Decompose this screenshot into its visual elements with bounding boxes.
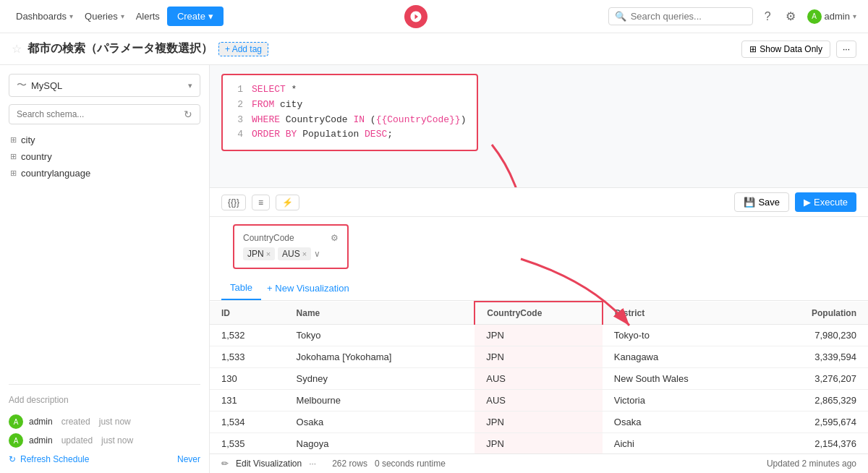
code-line-2: 2 FROM city [233, 98, 467, 113]
editor-area: 1 SELECT * 2 FROM city 3 WHERE CountryCo… [210, 65, 868, 188]
global-search-input[interactable] [631, 11, 746, 22]
settings-icon[interactable]: ⚙ [783, 7, 799, 26]
results-area: Table + New Visualization ID Name Countr… [210, 276, 868, 453]
admin-avatar: A [807, 9, 822, 24]
tab-new-visualization[interactable]: + New Visualization [261, 277, 355, 299]
param-panel-wrapper: CountryCode ⚙ JPN × AUS × ∨ [210, 217, 868, 276]
table-list: ⊞ city ⊞ country ⊞ countrylanguage [9, 132, 200, 384]
schema-search-box[interactable]: ↻ [9, 104, 200, 124]
alerts-nav[interactable]: Alerts [132, 8, 164, 25]
more-opts-button[interactable]: ··· [309, 459, 316, 469]
cell-district: Osaka [603, 412, 759, 433]
cell-id: 1,533 [210, 346, 285, 368]
save-button[interactable]: 💾 Save [734, 192, 789, 212]
cell-country: JPN [475, 325, 602, 346]
refresh-icon: ↻ [9, 454, 16, 464]
schema-refresh-icon[interactable]: ↻ [184, 108, 192, 120]
title-area: ☆ 都市の検索（パラメータ複数選択） + Add tag [12, 41, 268, 56]
cell-population: 3,339,594 [759, 346, 868, 368]
param-settings-icon[interactable]: ⚙ [331, 233, 339, 243]
cell-district: Aichi [603, 433, 759, 454]
edit-viz-icon: ✏ [221, 459, 229, 469]
cell-district: New South Wales [603, 368, 759, 390]
code-line-1: 1 SELECT * [233, 82, 467, 98]
table-container: ID Name CountryCode District Population … [210, 301, 868, 453]
queries-nav[interactable]: Queries ▾ [80, 8, 129, 25]
param-tag-aus: AUS × [278, 247, 311, 260]
col-name-header: Name [285, 302, 475, 325]
cell-country: AUS [475, 368, 602, 390]
params-button[interactable]: {{}} [221, 195, 246, 210]
admin-menu[interactable]: A admin ▾ [807, 9, 856, 24]
queries-chevron-icon: ▾ [121, 12, 124, 20]
table-grid-icon: ⊞ [10, 169, 17, 178]
row-count: 262 rows [332, 459, 367, 469]
top-navigation: Dashboards ▾ Queries ▾ Alerts Create ▾ 🔍… [0, 0, 868, 33]
cell-population: 3,276,207 [759, 368, 868, 390]
updated-action: updated [61, 435, 93, 446]
table-item-countrylanguage[interactable]: ⊞ countrylanguage [9, 165, 200, 182]
database-selector[interactable]: 〜 MySQL ▾ [9, 74, 200, 97]
remove-aus-tag[interactable]: × [302, 250, 307, 258]
table-row: 1,532 Tokyo JPN Tokyo-to 7,980,230 [210, 325, 868, 346]
table-row: 1,535 Nagoya JPN Aichi 2,154,376 [210, 433, 868, 454]
creator-name: admin [29, 417, 53, 427]
create-button[interactable]: Create ▾ [167, 7, 224, 26]
cell-country: JPN [475, 433, 602, 454]
show-data-only-button[interactable]: ⊞ Show Data Only [741, 41, 830, 58]
schema-search-input[interactable] [17, 109, 179, 119]
refresh-schedule[interactable]: ↻ Refresh Schedule Never [9, 450, 200, 464]
dashboards-chevron-icon: ▾ [69, 12, 73, 20]
favorite-icon[interactable]: ☆ [12, 42, 22, 56]
param-label: CountryCode ⚙ [243, 233, 339, 243]
code-line-4: 4 ORDER BY Population DESC; [233, 127, 467, 142]
updater-name: admin [29, 435, 53, 446]
creator-avatar: A [9, 414, 23, 429]
more-options-button[interactable]: ··· [836, 41, 856, 58]
add-tag-button[interactable]: + Add tag [218, 42, 268, 56]
cell-country: JPN [475, 412, 602, 433]
sql-editor[interactable]: 1 SELECT * 2 FROM city 3 WHERE CountryCo… [221, 74, 478, 151]
updater-avatar: A [9, 433, 23, 448]
cell-district: Kanagawa [603, 346, 759, 368]
format-button[interactable]: ≡ [252, 195, 270, 210]
cell-name: Nagoya [285, 433, 475, 454]
last-updated: Updated 2 minutes ago [767, 459, 856, 469]
cell-id: 1,535 [210, 433, 285, 454]
help-icon[interactable]: ? [762, 7, 774, 26]
table-grid-icon: ⊞ [10, 152, 17, 161]
tab-table[interactable]: Table [221, 276, 261, 300]
execute-button[interactable]: ▶ Execute [795, 192, 856, 212]
table-icon: ⊞ [749, 44, 757, 54]
param-dropdown-icon[interactable]: ∨ [314, 249, 320, 259]
edit-visualization-button[interactable]: Edit Visualization [236, 459, 302, 469]
toolbar-right: 💾 Save ▶ Execute [734, 192, 856, 212]
cell-country: AUS [475, 390, 602, 412]
table-grid-icon: ⊞ [10, 135, 17, 145]
table-item-city[interactable]: ⊞ city [9, 132, 200, 148]
app-logo [404, 5, 427, 28]
page-title: 都市の検索（パラメータ複数選択） [27, 41, 213, 56]
updated-by: A admin updated just now [9, 431, 200, 450]
table-header-row: ID Name CountryCode District Population [210, 302, 868, 325]
table-item-country[interactable]: ⊞ country [9, 148, 200, 165]
cell-id: 130 [210, 368, 285, 390]
global-search-box[interactable]: 🔍 [608, 7, 753, 25]
cell-population: 2,595,674 [759, 412, 868, 433]
header-actions: ⊞ Show Data Only ··· [741, 41, 856, 58]
table-row: 131 Melbourne AUS Victoria 2,865,329 [210, 390, 868, 412]
results-table: ID Name CountryCode District Population … [210, 301, 868, 453]
cell-country: JPN [475, 346, 602, 368]
col-id-header: ID [210, 302, 285, 325]
dashboards-nav[interactable]: Dashboards ▾ [12, 8, 77, 25]
nav-center [235, 5, 597, 28]
lightning-button[interactable]: ⚡ [276, 195, 299, 210]
cell-name: Melbourne [285, 390, 475, 412]
remove-jpn-tag[interactable]: × [266, 250, 271, 258]
nav-right: 🔍 ? ⚙ A admin ▾ [608, 7, 856, 26]
db-icon: 〜 [17, 79, 27, 92]
col-district-header: District [603, 302, 759, 325]
cell-id: 131 [210, 390, 285, 412]
content-area: 1 SELECT * 2 FROM city 3 WHERE CountryCo… [210, 65, 868, 473]
add-description[interactable]: Add description [9, 392, 200, 408]
